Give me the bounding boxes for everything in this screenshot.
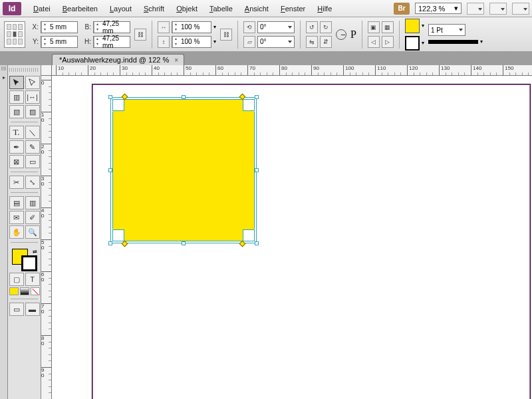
menu-schrift[interactable]: Schrift [138,2,170,15]
dock-grip [1,66,6,70]
scale-x-icon: ↔ [158,21,170,33]
handle-ml[interactable] [108,168,112,172]
rotate-cw-icon[interactable]: ↻ [320,21,332,33]
app-logo: Id [3,2,21,15]
handle-bl[interactable] [108,241,112,245]
content-placer-tool[interactable]: ▨ [25,105,40,118]
panel-dock-strip[interactable]: ▸ [0,65,8,399]
view-mode-normal[interactable]: ▭ [9,303,24,316]
menu-tabelle[interactable]: Tabelle [204,2,238,15]
gradient-swatch-tool[interactable]: ▤ [9,196,24,209]
apply-color-icon[interactable] [9,287,19,295]
bounding-box [110,97,257,243]
select-content-icon[interactable]: ▦ [382,21,394,33]
document-tab-title: *Auswahlwerkzeug.indd @ 122 % [59,56,169,64]
pen-tool[interactable]: ✒ [9,140,24,154]
menu-ansicht[interactable]: Ansicht [239,2,274,15]
rotation-dial[interactable] [336,29,346,40]
canvas[interactable] [52,76,532,399]
type-tool[interactable]: T. [9,126,24,139]
scale-x-input[interactable]: ▴▾100 % [172,21,211,33]
main-menu: DDateiatei Bearbeiten Layout Schrift Obj… [28,2,337,15]
handle-tr[interactable] [255,95,259,99]
p-icon: P [350,29,356,41]
toolbox: ▥ |↔| ▧ ▨ T. ＼ ✒ ✎ ⊠ ▭ ✂ ⤡ ▤ ▥ ✉ ✐ ✋ 🔍 ⇄ [8,65,41,399]
menu-layout[interactable]: Layout [104,2,137,15]
free-transform-tool[interactable]: ⤡ [25,176,40,189]
formatting-text-icon[interactable]: T [25,273,40,286]
selection-tool[interactable] [9,76,24,89]
hand-tool[interactable]: ✋ [9,225,24,239]
flip-v-icon[interactable]: ⇵ [320,36,332,48]
apply-gradient-icon[interactable] [20,287,29,295]
work-area: 102030405060708090100110120130140150 010… [41,65,532,399]
scale-y-input[interactable]: ▴▾100 % [172,36,211,48]
content-collector-tool[interactable]: ▧ [9,105,24,118]
handle-tl[interactable] [108,95,112,99]
horizontal-ruler[interactable]: 102030405060708090100110120130140150 [52,65,532,76]
height-input[interactable]: ▴▾47,25 mm [93,36,130,48]
select-next-icon[interactable]: ▷ [382,36,394,48]
stroke-style-select[interactable] [428,40,478,44]
x-label: X: [29,23,39,31]
workspace-select[interactable] [512,3,529,15]
bridge-icon[interactable]: Br [394,3,410,15]
rectangle-frame-tool[interactable]: ⊠ [9,155,24,168]
handle-tc[interactable] [182,95,186,99]
reference-point-grid[interactable] [4,21,25,48]
handle-mr[interactable] [255,168,259,172]
zoom-level-select[interactable]: 122,3 %▾ [415,3,462,14]
stroke-proxy[interactable] [21,255,37,271]
ruler-origin[interactable] [41,65,52,76]
zoom-tool[interactable]: 🔍 [25,225,40,239]
line-tool[interactable]: ＼ [25,126,40,139]
constrain-scale-icon[interactable]: ⛓ [220,29,232,41]
expand-dock-icon[interactable]: ▸ [0,73,7,81]
formatting-container-icon[interactable]: ▢ [9,273,24,286]
menu-bearbeiten[interactable]: Bearbeiten [57,2,103,15]
toolbox-grip[interactable] [9,68,39,72]
eyedropper-tool[interactable]: ✐ [25,211,40,224]
shear-input[interactable]: 0° [257,36,295,48]
flip-h-icon[interactable]: ⇋ [306,36,318,48]
document-tab[interactable]: *Auswahlwerkzeug.indd @ 122 % × [52,54,184,65]
rectangle-tool[interactable]: ▭ [25,155,40,168]
width-input[interactable]: ▴▾47,25 mm [93,21,130,33]
apply-none-icon[interactable] [31,287,40,295]
x-input[interactable]: ▴▾5 mm [41,21,78,33]
select-container-icon[interactable]: ▣ [368,21,380,33]
y-label: Y: [29,38,39,45]
rotation-input[interactable]: 0° [257,21,295,33]
scale-y-icon: ↕ [158,36,170,48]
fill-swatch[interactable] [405,19,420,33]
constrain-wh-icon[interactable]: ⛓ [134,29,146,41]
page-tool[interactable]: ▥ [9,90,24,104]
menu-objekt[interactable]: Objekt [171,2,203,15]
select-prev-icon[interactable]: ◁ [368,36,380,48]
vertical-ruler[interactable]: 0102030405060708090100 [41,76,52,399]
scissors-tool[interactable]: ✂ [9,176,24,189]
handle-bc[interactable] [182,241,186,245]
screen-mode-select[interactable] [467,3,484,15]
close-tab-icon[interactable]: × [174,57,178,64]
menu-datei[interactable]: DDateiatei [28,2,56,15]
fill-stroke-proxy[interactable]: ⇄ [12,249,37,271]
view-mode-preview[interactable]: ▬ [25,303,40,316]
menu-fenster[interactable]: Fenster [275,2,311,15]
handle-br[interactable] [255,241,259,245]
note-tool[interactable]: ✉ [9,211,24,224]
shear-icon: ▱ [243,36,255,48]
stroke-swatch[interactable] [405,36,420,51]
selected-object[interactable] [110,97,257,243]
h-label: H: [82,38,91,45]
stroke-weight-input[interactable]: 1 Pt [428,24,466,36]
arrange-documents-select[interactable] [489,3,507,15]
y-input[interactable]: ▴▾5 mm [41,36,78,48]
direct-selection-tool[interactable] [25,76,40,89]
rotate-ccw-icon[interactable]: ↺ [306,21,318,33]
swap-fill-stroke-icon[interactable]: ⇄ [33,249,37,255]
pencil-tool[interactable]: ✎ [25,140,40,154]
gap-tool[interactable]: |↔| [25,90,40,104]
gradient-feather-tool[interactable]: ▥ [25,196,40,209]
menu-hilfe[interactable]: Hilfe [312,2,337,15]
